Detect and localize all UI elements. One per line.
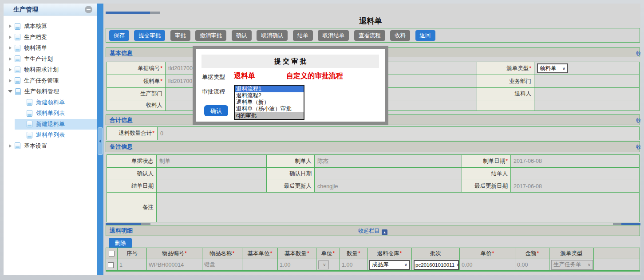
last-update-date-field: 2017-06-08 — [511, 180, 640, 193]
app-window: 生产管理 成本核算 生产档案 物料清单 主生产计划 物料需求计划 生产任务管理 … — [0, 0, 644, 280]
column-header — [594, 248, 640, 259]
select-all-checkbox[interactable] — [109, 251, 115, 256]
column-header: 物品编号* — [147, 248, 202, 259]
flow-option[interactable]: 退料单（杨小波）审批 — [235, 106, 304, 112]
collapse-up-icon[interactable]: ▴ — [382, 229, 387, 235]
submit-approval-dialog: 提 交 审 批 单据类型 退料单 自定义的审批流程 审批流程 退料流程1 退料流… — [193, 46, 388, 125]
receive-material-button[interactable]: 收料 — [390, 30, 410, 41]
sidebar-item-basic-settings[interactable]: 基本设置 — [4, 141, 97, 152]
maker-field: 陈杰 — [315, 155, 462, 168]
expand-arrow-icon[interactable] — [9, 144, 12, 148]
sidebar-collapse-button[interactable] — [85, 6, 92, 13]
dialog-confirm-button[interactable]: 确认 — [204, 105, 228, 116]
price-cell[interactable]: 0.00 — [460, 259, 515, 271]
flow-option[interactable]: 退料流程1 — [235, 86, 304, 92]
sidebar-item-picking-order-list[interactable]: 领料单列表 — [4, 108, 97, 119]
sidebar-item-production-picking[interactable]: 生产领料管理 — [4, 86, 97, 97]
sidebar-item-production-task[interactable]: 生产任务管理 — [4, 75, 97, 87]
column-header: 单价* — [460, 248, 515, 259]
expand-arrow-icon[interactable] — [9, 57, 12, 61]
expand-arrow-icon[interactable] — [9, 46, 12, 50]
row-checkbox[interactable] — [108, 262, 114, 268]
revoke-approval-button[interactable]: 撤消审批 — [195, 30, 226, 41]
sidebar-item-return-order-list[interactable]: 退料单列表 — [4, 130, 97, 141]
panel-splitter[interactable] — [97, 4, 103, 275]
select-all-cell — [106, 248, 118, 259]
expand-arrow-icon[interactable] — [9, 35, 12, 39]
field-label: 业务部门 — [477, 75, 534, 88]
expand-arrow-icon[interactable] — [9, 24, 12, 28]
dialog-title: 提 交 审 批 — [201, 55, 379, 68]
document-icon — [27, 99, 32, 106]
column-header: 序号 — [118, 248, 147, 259]
section-title: 合计信息 — [110, 116, 133, 124]
cancel-close-order-button[interactable]: 取消结单 — [318, 30, 349, 41]
doc-status-field: 制单 — [157, 155, 267, 168]
sidebar-header: 生产管理 — [4, 4, 97, 16]
warehouse-select[interactable]: 成品库∨ — [369, 260, 410, 270]
field-label: 退料人 — [477, 88, 534, 100]
column-header: 批次 — [412, 248, 460, 259]
close-order-button[interactable]: 结单 — [293, 30, 313, 41]
field-label: 备注 — [107, 193, 157, 222]
detail-table: 序号 物品编号* 物品名称* 基本单位* 基本数量* 单位* 数量* 退料仓库*… — [106, 248, 640, 272]
sidebar-item-cost-accounting[interactable]: 成本核算 — [4, 21, 97, 32]
doc-type-value: 退料单 — [234, 71, 255, 81]
column-header: 单位* — [316, 248, 340, 259]
sidebar-item-new-picking-order[interactable]: 新建领料单 — [4, 97, 97, 108]
qty-cell[interactable]: 1.00 — [340, 259, 367, 271]
cancel-confirm-button[interactable]: 取消确认 — [257, 30, 288, 41]
collapse-left-icon — [99, 139, 101, 143]
collapse-section-link[interactable]: 收起栏目 — [636, 143, 640, 151]
batch-select[interactable]: pc201601010011∨ — [414, 260, 459, 270]
sidebar-item-new-return-order[interactable]: 新建退料单 — [4, 119, 97, 130]
row-source-type-select[interactable]: 生产任务单∨ — [551, 260, 593, 270]
collapse-arrow-icon[interactable] — [8, 90, 12, 93]
flow-label: 审批流程 — [202, 88, 225, 96]
back-button[interactable]: 返回 — [415, 30, 435, 41]
approve-button[interactable]: 审批 — [170, 30, 190, 41]
expand-arrow-icon[interactable] — [9, 68, 12, 71]
column-header: 源单类型 — [549, 248, 594, 259]
chevron-down-icon: ∨ — [404, 262, 407, 267]
seq-cell: 1 — [118, 259, 147, 271]
flow-option[interactable]: 退料流程2 — [235, 92, 304, 99]
row-select-cell — [106, 259, 118, 271]
make-date-field[interactable]: 2017-06-08 — [511, 155, 640, 168]
document-icon — [15, 77, 20, 84]
warehouse-cell: 成品库∨ — [367, 259, 412, 271]
view-flow-button[interactable]: 查看流程 — [354, 30, 385, 41]
flow-option[interactable]: 退料单（新） — [235, 99, 304, 106]
sidebar-item-master-production-plan[interactable]: 主生产计划 — [4, 54, 97, 65]
field-label: 制单人 — [267, 155, 315, 168]
collapse-section-link[interactable]: 收起栏目 — [636, 50, 640, 57]
field-label: 源单类型* — [477, 62, 534, 75]
total-qty-field[interactable]: 0 — [158, 127, 640, 140]
sidebar-item-bom[interactable]: 物料清单 — [4, 43, 97, 54]
empty-field — [534, 100, 640, 111]
item-name-cell: 键盘 — [202, 259, 242, 271]
expand-arrow-icon[interactable] — [9, 79, 12, 83]
sidebar-title: 生产管理 — [13, 6, 38, 14]
source-type-select[interactable]: 领料单∨ — [537, 63, 568, 73]
delete-row-button[interactable]: 删除 — [109, 238, 132, 248]
confirm-button[interactable]: 确认 — [232, 30, 252, 41]
sidebar-item-production-archive[interactable]: 生产档案 — [4, 32, 97, 43]
unit-select[interactable]: ∨ — [318, 260, 329, 269]
remark-field[interactable] — [157, 193, 640, 222]
save-button[interactable]: 保存 — [109, 30, 129, 41]
submit-approval-button[interactable]: 提交审批 — [134, 30, 165, 41]
sidebar-item-mrp[interactable]: 物料需求计划 — [4, 64, 97, 75]
close-date-field — [157, 180, 267, 193]
confirmer-field — [157, 168, 267, 180]
collapse-columns-link[interactable]: 收起栏目 — [358, 228, 379, 234]
splitter-collapse-handle[interactable] — [98, 127, 103, 155]
flow-option[interactable]: cj的审批 — [235, 112, 304, 119]
doc-type-label: 单据类型 — [202, 73, 225, 81]
field-label: 单据编号* — [107, 62, 166, 75]
returner-field[interactable] — [534, 88, 640, 100]
business-dept-field[interactable] — [534, 75, 640, 88]
column-header: 退料仓库* — [367, 248, 412, 259]
document-icon — [15, 67, 20, 73]
collapse-section-link[interactable]: 收起栏目 — [636, 117, 640, 124]
